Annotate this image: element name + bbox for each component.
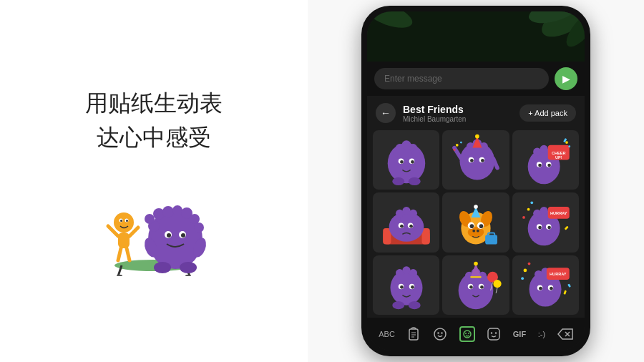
svg-point-162 — [539, 287, 542, 290]
svg-point-54 — [482, 148, 490, 156]
svg-line-61 — [454, 148, 461, 159]
svg-rect-124 — [565, 225, 569, 230]
svg-point-167 — [522, 277, 525, 280]
back-button[interactable]: ← — [376, 103, 396, 123]
svg-point-22 — [114, 212, 134, 233]
toolbar-sticker[interactable] — [455, 323, 479, 345]
pack-name: Best Friends — [403, 104, 519, 115]
svg-point-13 — [194, 222, 204, 233]
sticker-cell-7[interactable] — [373, 255, 439, 315]
svg-point-121 — [527, 207, 530, 210]
sticker-grid: CHEER UP! — [367, 127, 585, 318]
send-icon: ▶ — [562, 73, 570, 84]
svg-point-99 — [472, 229, 475, 232]
svg-point-103 — [470, 224, 474, 228]
send-button[interactable]: ▶ — [555, 67, 577, 90]
main-text: 用贴纸生动表 达心中感受 — [85, 86, 223, 155]
sticker-cell-6[interactable]: HURRAY — [512, 192, 579, 252]
svg-point-17 — [181, 233, 185, 238]
svg-point-177 — [441, 332, 442, 333]
svg-point-106 — [474, 205, 478, 209]
svg-point-118 — [548, 225, 552, 229]
phone-screen: Enter message ▶ ← Best Friends Michiel B… — [367, 11, 585, 351]
pack-info: Best Friends Michiel Baumgarten — [403, 104, 519, 123]
svg-point-104 — [479, 224, 484, 228]
svg-line-31 — [127, 248, 130, 260]
toolbar-emoji[interactable] — [429, 324, 452, 344]
sticker-cell-8[interactable] — [442, 255, 509, 315]
svg-point-133 — [400, 285, 404, 289]
svg-point-168 — [528, 262, 531, 265]
svg-point-26 — [126, 220, 128, 222]
svg-point-9 — [162, 206, 174, 217]
sticker-panel: ← Best Friends Michiel Baumgarten + Add … — [367, 96, 585, 318]
svg-point-166 — [524, 268, 527, 272]
svg-point-93 — [400, 224, 404, 228]
svg-point-183 — [495, 332, 497, 333]
svg-point-16 — [167, 233, 171, 238]
toolbar-delete[interactable] — [553, 326, 577, 343]
svg-point-163 — [550, 287, 553, 290]
message-input[interactable]: Enter message — [374, 68, 549, 89]
toolbar-clipboard[interactable] — [402, 324, 425, 344]
svg-rect-169 — [564, 290, 567, 294]
svg-point-46 — [411, 160, 414, 164]
svg-point-135 — [392, 301, 404, 309]
svg-point-45 — [400, 160, 404, 164]
svg-text:UP!: UP! — [555, 155, 562, 160]
sticker-cell-9[interactable]: HURRAY — [512, 255, 579, 315]
svg-point-12 — [190, 214, 200, 224]
sticker-cell-4[interactable] — [373, 192, 439, 252]
svg-point-65 — [460, 142, 462, 144]
right-panel: Enter message ▶ ← Best Friends Michiel B… — [308, 0, 644, 362]
phone-device: Enter message ▶ ← Best Friends Michiel B… — [361, 6, 590, 356]
svg-point-64 — [454, 149, 456, 151]
svg-point-122 — [522, 216, 525, 219]
sticker-cell-1[interactable] — [373, 130, 439, 190]
svg-point-75 — [548, 164, 552, 167]
svg-point-123 — [531, 201, 534, 204]
toolbar-emoticon[interactable]: :-) — [534, 327, 550, 341]
svg-point-10 — [172, 205, 182, 215]
svg-point-19 — [180, 262, 197, 273]
svg-rect-181 — [488, 328, 499, 340]
sticker-icon — [459, 326, 475, 342]
svg-line-30 — [118, 248, 121, 260]
sticker-cell-3[interactable]: CHEER UP! — [512, 130, 579, 190]
keyboard-toolbar: ABC — [367, 318, 585, 351]
svg-point-145 — [474, 262, 478, 266]
svg-point-180 — [468, 333, 469, 334]
svg-point-100 — [477, 229, 479, 232]
svg-point-58 — [481, 159, 484, 162]
svg-point-7 — [145, 214, 155, 224]
svg-point-60 — [475, 134, 479, 139]
toolbar-abc[interactable]: ABC — [374, 327, 399, 341]
sticker-illustration — [82, 183, 225, 276]
svg-point-47 — [392, 177, 404, 185]
svg-point-152 — [493, 280, 501, 288]
svg-point-48 — [408, 177, 420, 185]
phone-top-bg — [367, 11, 585, 62]
svg-rect-4 — [185, 275, 191, 276]
sticker-cell-5[interactable] — [442, 192, 509, 252]
left-panel: 用贴纸生动表 达心中感受 — [0, 0, 308, 362]
svg-point-18 — [154, 262, 171, 273]
add-pack-button[interactable]: + Add pack — [519, 104, 576, 122]
svg-point-130 — [412, 275, 419, 281]
svg-point-182 — [491, 332, 492, 333]
svg-point-90 — [412, 215, 419, 222]
svg-rect-170 — [568, 283, 572, 287]
svg-point-176 — [437, 332, 439, 333]
sticker-cell-2[interactable] — [442, 130, 509, 190]
svg-point-136 — [408, 301, 420, 309]
svg-point-149 — [480, 285, 484, 289]
svg-point-148 — [469, 285, 473, 289]
svg-point-117 — [538, 225, 542, 229]
svg-rect-3 — [117, 275, 122, 276]
svg-point-25 — [120, 220, 122, 222]
toolbar-gif[interactable]: GIF — [509, 327, 530, 341]
svg-point-134 — [411, 285, 414, 289]
svg-rect-27 — [118, 233, 130, 248]
toolbar-face[interactable] — [482, 324, 505, 344]
pack-author: Michiel Baumgarten — [403, 115, 519, 123]
